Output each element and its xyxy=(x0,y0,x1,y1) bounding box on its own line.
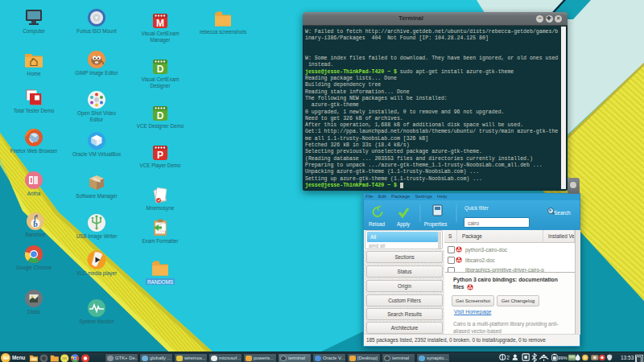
svg-text:D: D xyxy=(157,110,164,121)
svg-text:P: P xyxy=(157,150,163,161)
svg-text:D: D xyxy=(157,64,164,75)
svg-text:2: 2 xyxy=(506,355,510,360)
svg-text:M: M xyxy=(156,18,164,29)
svg-text:99%: 99% xyxy=(558,356,568,360)
svg-text:b: b xyxy=(33,220,38,228)
